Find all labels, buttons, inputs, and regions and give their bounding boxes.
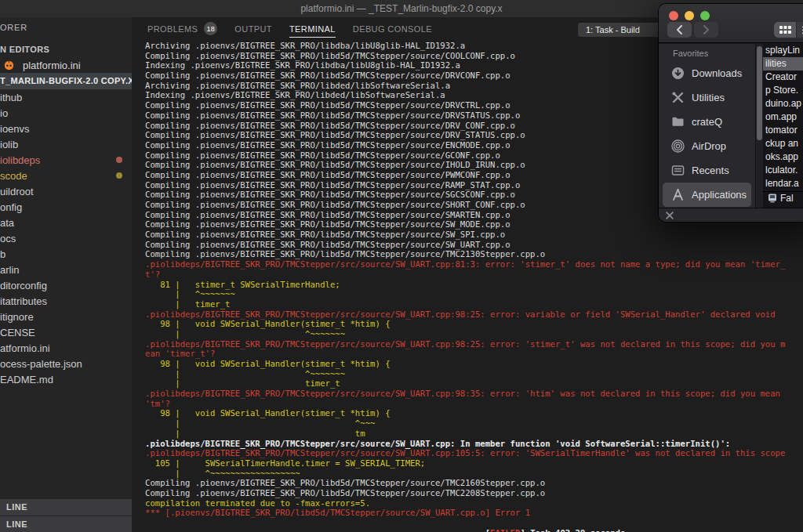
finder-file-row[interactable]: oks.app bbox=[763, 150, 803, 164]
grid-view-button[interactable] bbox=[774, 22, 796, 38]
finder-file-row[interactable]: lculator. bbox=[763, 164, 803, 177]
explorer-tree-item[interactable]: ditorconfig bbox=[0, 277, 132, 293]
explorer-tree-item[interactable]: ocess-palette.json bbox=[0, 356, 132, 371]
back-button[interactable] bbox=[667, 22, 692, 38]
terminal-line: Compiling .pioenvs/BIGTREE_SKR_PRO/libd5… bbox=[145, 478, 803, 488]
explorer-tree-item[interactable]: iolibdeps bbox=[0, 152, 132, 168]
finder-sidebar-item-downloads[interactable]: Downloads bbox=[663, 61, 751, 85]
terminal-line: | ^~~~~~~~~~~~~~~~~~~ bbox=[145, 469, 803, 479]
airdrop-icon bbox=[671, 139, 685, 153]
tab-debug-console[interactable]: DEBUG CONSOLE bbox=[353, 20, 432, 38]
outline-panel-header[interactable]: LINE bbox=[0, 499, 132, 516]
timeline-panel-header[interactable]: LINE bbox=[0, 516, 132, 532]
explorer-tree-item[interactable]: ata bbox=[0, 215, 132, 230]
finder-file-row[interactable]: tomator bbox=[763, 124, 803, 137]
finder-file-list: splayLinilitiesCreatorp Store.duino.apom… bbox=[763, 44, 803, 190]
terminal-task-selector[interactable]: 1: Task - Build bbox=[578, 23, 661, 37]
terminal-line: | timer_t bbox=[145, 299, 803, 309]
finder-sidebar-item-applications[interactable]: Applications bbox=[663, 183, 751, 207]
traffic-lights bbox=[669, 11, 710, 20]
explorer-tree-item[interactable]: EADME.md bbox=[0, 371, 132, 387]
finder-sidebar-item-recents[interactable]: Recents bbox=[663, 158, 751, 183]
finder-file-row[interactable]: ckup an bbox=[763, 137, 803, 150]
view-mode-control bbox=[774, 22, 803, 38]
finder-sidebar-item-airdrop[interactable]: AirDrop bbox=[663, 134, 751, 158]
explorer-tree-item[interactable]: iolib bbox=[0, 136, 132, 152]
finder-body: Favorites Downloads Utilities bbox=[659, 44, 803, 208]
terminal-line: 98 | void SWSerial_Handler(stimer_t *hti… bbox=[145, 319, 803, 329]
terminal-line: *** [.pioenvs/BIGTREE_SKR_PRO/libd5d/TMC… bbox=[145, 508, 803, 518]
list-view-button[interactable] bbox=[796, 22, 803, 38]
terminal-line: Compiling .pioenvs/BIGTREE_SKR_PRO/libd5… bbox=[145, 249, 803, 259]
terminal-line: | ^~~~~~~~ bbox=[145, 289, 803, 299]
terminal-line: Compiling .pioenvs/BIGTREE_SKR_PRO/libd5… bbox=[145, 488, 803, 498]
finder-path-bar[interactable] bbox=[659, 208, 803, 222]
tab-problems[interactable]: PROBLEMS 18 bbox=[147, 17, 217, 39]
tab-terminal[interactable]: TERMINAL bbox=[289, 20, 336, 38]
finder-file-row[interactable]: om.app bbox=[763, 110, 803, 124]
finder-titlebar[interactable] bbox=[659, 4, 803, 43]
git-status-dot bbox=[116, 172, 122, 179]
explorer-tree-item[interactable]: CENSE bbox=[0, 324, 132, 340]
terminal-line: ean 'timer_t'? bbox=[145, 349, 803, 359]
finder-file-column: splayLinilitiesCreatorp Store.duino.apom… bbox=[763, 44, 803, 208]
favorites-header: Favorites bbox=[673, 49, 755, 58]
finder-selected-app-row[interactable]: Fal bbox=[763, 191, 803, 204]
zoom-button[interactable] bbox=[700, 11, 710, 20]
terminal-line: t'? bbox=[145, 270, 803, 280]
finder-file-row[interactable]: Creator bbox=[763, 71, 803, 84]
chevron-right-icon bbox=[703, 25, 710, 34]
terminal-line: Compiling .pioenvs/BIGTREE_SKR_PRO/libd5… bbox=[145, 240, 803, 250]
failed-status: FAILED bbox=[490, 528, 520, 532]
folder-icon bbox=[671, 115, 685, 128]
finder-sidebar-item-utilities[interactable]: Utilities bbox=[663, 85, 751, 110]
downloads-icon bbox=[671, 67, 685, 80]
explorer-tree-item[interactable]: ithub bbox=[0, 89, 132, 105]
app-file-icon bbox=[768, 194, 777, 203]
explorer-file-tree: ithub io ioenvs iolib iolibdeps scode ui… bbox=[0, 89, 132, 387]
open-editor-platformio-ini[interactable]: platformio.ini bbox=[0, 56, 132, 74]
git-status-dot bbox=[116, 157, 122, 163]
terminal-line: .piolibdeps/BIGTREE_SKR_PRO/TMCStepper/s… bbox=[145, 448, 803, 458]
open-editor-filename: platformio.ini bbox=[23, 60, 81, 71]
finder-file-row[interactable]: p Store. bbox=[763, 84, 803, 97]
terminal-line: 98 | void SWSerial_Handler(stimer_t *hti… bbox=[145, 408, 803, 418]
explorer-tree-item[interactable]: ocs bbox=[0, 230, 132, 246]
explorer-tree-item[interactable]: arlin bbox=[0, 262, 132, 277]
finder-file-row[interactable]: lendar.a bbox=[763, 177, 803, 190]
scrollbar-thumb[interactable] bbox=[757, 46, 762, 140]
recents-icon bbox=[671, 164, 685, 177]
finder-sidebar-item-crateq[interactable]: crateQ bbox=[663, 110, 751, 134]
explorer-tree-item[interactable]: uildroot bbox=[0, 183, 132, 199]
finder-nav-buttons bbox=[667, 22, 718, 38]
terminal-line: 105 | SWSerialTimerHandle.timer = SW_SER… bbox=[145, 458, 803, 469]
minimize-button[interactable] bbox=[685, 11, 694, 20]
finder-column-scrollbar[interactable] bbox=[755, 44, 763, 208]
finder-file-row[interactable]: ilities bbox=[763, 57, 803, 71]
forward-button[interactable] bbox=[694, 22, 718, 38]
explorer-tree-item[interactable]: b bbox=[0, 246, 132, 262]
applications-icon bbox=[671, 188, 685, 201]
finder-file-row[interactable]: splayLin bbox=[763, 44, 803, 57]
utilities-folder-icon bbox=[665, 211, 674, 220]
terminal-line: | ^~~~~~~~ bbox=[145, 369, 803, 379]
explorer-sidebar: ORER N EDITORS platformio.ini T_MARLIN-B… bbox=[0, 17, 132, 532]
utilities-icon bbox=[671, 91, 685, 104]
explorer-tree-item[interactable]: atformio.ini bbox=[0, 340, 132, 356]
close-button[interactable] bbox=[669, 11, 678, 20]
explorer-tree-item[interactable]: io bbox=[0, 105, 132, 121]
open-editors-header[interactable]: N EDITORS bbox=[0, 45, 49, 54]
explorer-tree-item[interactable]: itattributes bbox=[0, 293, 132, 309]
terminal-line: | timer_t bbox=[145, 378, 803, 389]
terminal-line: | ^~~~~~~~ bbox=[145, 329, 803, 339]
explorer-tree-item[interactable]: itignore bbox=[0, 309, 132, 324]
terminal-line: | tm bbox=[145, 429, 803, 439]
tab-output[interactable]: OUTPUT bbox=[234, 20, 272, 38]
project-root-header[interactable]: T_MARLIN-BUGFIX-2.0 COPY.X bbox=[0, 73, 132, 89]
explorer-title: ORER bbox=[0, 23, 27, 32]
explorer-tree-item[interactable]: onfig bbox=[0, 199, 132, 215]
terminal-result-line: ========================================… bbox=[145, 518, 803, 528]
finder-file-row[interactable]: duino.ap bbox=[763, 97, 803, 110]
explorer-tree-item[interactable]: scode bbox=[0, 168, 132, 183]
explorer-tree-item[interactable]: ioenvs bbox=[0, 121, 132, 136]
